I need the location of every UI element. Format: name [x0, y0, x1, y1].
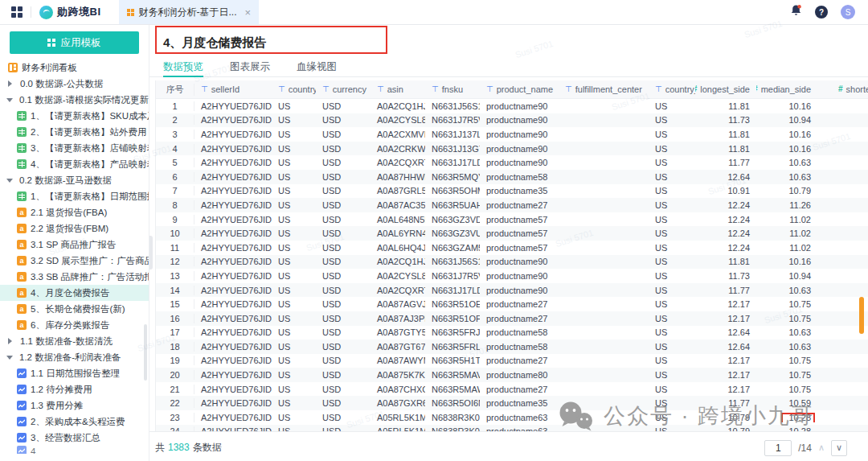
table-row[interactable]: 3A2HYYUED76JIDSUSUSDA0A2CXMVNTN6631J137L… [156, 127, 868, 142]
filter-icon[interactable]: ⊤ [377, 85, 384, 93]
sidebar-item[interactable]: 1.1 日期范围报告整理 [0, 365, 149, 381]
filter-icon[interactable]: ⊤ [486, 85, 493, 93]
sidebar-item[interactable]: 3、【请更新表格】店铺映射表 [0, 140, 149, 156]
table-row[interactable]: 6A2HYYUED76JIDSUSUSDA0A87HHWR7N663R5MQYJ… [156, 170, 868, 184]
table-row[interactable]: 22A2HYYUED76JIDSUSUSDA0A87GXR6LN663R5OI6… [156, 396, 868, 410]
filter-icon[interactable]: ⊤ [278, 85, 285, 93]
sidebar-item[interactable]: a3.2 SD 展示型推广：广告商品报告 [0, 253, 149, 269]
close-icon[interactable]: × [245, 6, 252, 19]
tab-数据预览[interactable]: 数据预览 [163, 57, 203, 76]
chevron-down-icon[interactable]: ∨ [831, 440, 847, 456]
table-row[interactable]: 20A2HYYUED76JIDSUSUSDA0A875K7KTN663R5MAV… [156, 368, 868, 382]
table-row[interactable]: 19A2HYYUED76JIDSUSUSDA0A87AWYM8N663R5H1T… [156, 354, 868, 368]
table-row[interactable]: 24A2HYYUED76JIDSUSUSDA05RL5K1MTN6838R3K0… [156, 425, 868, 431]
sidebar-item[interactable]: 2、【请更新表格】站外费用 [0, 124, 149, 140]
sidebar-item-label: 4、月度仓储费报告 [31, 287, 109, 299]
app-template-button[interactable]: 应用模板 [10, 31, 139, 54]
sidebar-item[interactable]: a5、长期仓储费报告(新) [0, 301, 149, 317]
column-header-fnsku[interactable]: ⊤fnsku [425, 84, 480, 94]
table-row[interactable]: 7A2HYYUED76JIDSUSUSDA0A87GRL5VN663R5OHM3… [156, 184, 868, 199]
table-row[interactable]: 21A2HYYUED76JIDSUSUSDA0A87CHXG4N663R5MAW… [156, 382, 868, 397]
column-header-asin[interactable]: ⊤asin [371, 84, 425, 94]
apps-grid-icon[interactable] [11, 6, 23, 18]
column-header-country[interactable]: ⊤country [272, 84, 316, 94]
sidebar-item[interactable]: 1、【请更新表格】日期范围报告 [0, 188, 149, 204]
sidebar-item[interactable]: 2、采购成本&头程运费 [0, 414, 149, 430]
column-header-product_name[interactable]: ⊤product_name [480, 84, 559, 94]
sidebar-item[interactable]: 1.3 费用分摊 [0, 397, 149, 414]
tab-图表展示[interactable]: 图表展示 [230, 57, 270, 76]
chevron-up-icon[interactable]: ∧ [818, 443, 825, 452]
table-row[interactable]: 14A2HYYUED76JIDSUSUSDA0A2CQXRTDN6631J17L… [156, 283, 868, 298]
table-row[interactable]: 5A2HYYUED76JIDSUSUSDA0A2CQXRTDN6631J17LD… [156, 155, 868, 170]
filter-icon[interactable]: ⊤ [655, 85, 662, 93]
notification-bell-icon[interactable] [790, 4, 802, 20]
sidebar-item[interactable]: 1.2 待分摊费用 [0, 381, 149, 397]
sidebar-item[interactable]: a2.2 退货报告(FBM) [0, 220, 149, 237]
table-row[interactable]: 9A2HYYUED76JIDSUSUSDA0AL648N5MN663GZ3VDP… [156, 212, 868, 227]
chevron-down-icon[interactable] [6, 179, 13, 183]
chevron-down-icon[interactable] [6, 356, 13, 360]
avatar[interactable]: S [841, 5, 855, 19]
column-header-longest_side[interactable]: #longest_side [695, 84, 756, 94]
cell-median_side: 11.26 [756, 200, 817, 210]
sidebar-item[interactable]: a3.1 SP 商品推广报告 [0, 237, 149, 253]
table-row[interactable]: 12A2HYYUED76JIDSUSUSDA0A2CQ1HJKN6631J56S… [156, 255, 868, 270]
sidebar-item[interactable]: 财务利润看板 [0, 60, 149, 76]
sidebar-item[interactable]: 4、【请更新表格】产品映射表 [0, 156, 149, 172]
sidebar-item[interactable]: 0.1 数据源-请根据实际情况更新 [0, 92, 149, 108]
sidebar-collapse-handle[interactable] [149, 236, 153, 270]
sidebar-item[interactable]: 0.0 数据源-公共数据 [0, 76, 149, 92]
sidebar-item-label: 0.0 数据源-公共数据 [20, 78, 104, 90]
sidebar-scrollbar[interactable] [144, 324, 147, 381]
column-header-median_side[interactable]: #median_side [756, 84, 817, 94]
cell-asin: A0A87AGVJL [371, 299, 425, 309]
table-row[interactable]: 1A2HYYUED76JIDSUSUSDA0A2CQ1HJKN6631J56S1… [156, 99, 868, 113]
table-row[interactable]: 2A2HYYUED76JIDSUSUSDA0A2CYSL8WN6631J7R5V… [156, 113, 868, 128]
chevron-right-icon[interactable] [8, 338, 12, 344]
table-row[interactable]: 4A2HYYUED76JIDSUSUSDA0A2CRKWV4N6631J13G7… [156, 142, 868, 156]
table-row[interactable]: 10A2HYYUED76JIDSUSUSDA0AL6YRN4FN663GZ3VU… [156, 226, 868, 241]
filter-icon[interactable]: ⊤ [322, 85, 330, 93]
sidebar-item[interactable]: a4、月度仓储费报告 [0, 285, 149, 301]
sidebar-item[interactable]: 3、经营数据汇总 [0, 430, 149, 446]
table-row[interactable]: 23A2HYYUED76JIDSUSUSDA05RL5K1MTN6838R3K0… [156, 410, 868, 425]
cell-country_code: US [649, 200, 695, 210]
sidebar-item[interactable]: 1、【请更新表格】SKU成本及头程 [0, 108, 149, 124]
sidebar-item[interactable]: a2.1 退货报告(FBA) [0, 204, 149, 220]
filter-icon[interactable]: ⊤ [201, 85, 208, 93]
dash-orange-icon [8, 63, 18, 72]
sidebar-item[interactable]: 4、 [0, 446, 149, 454]
table-row[interactable]: 11A2HYYUED76JIDSUSUSDA0AL6HQ4JGN663GZAM5… [156, 241, 868, 255]
sidebar-item-label: 2.2 退货报告(FBM) [31, 223, 108, 235]
table-row[interactable]: 16A2HYYUED76JIDSUSUSDA0A87AJ3PHN663R51OF… [156, 311, 868, 326]
table-row[interactable]: 8A2HYYUED76JIDSUSUSDA0A87AC35SN663R5UAHD… [156, 198, 868, 212]
document-tab-label: 财务利润分析-基于日... [139, 6, 237, 19]
column-header-fulfillment_center[interactable]: ⊤fulfillment_center [559, 84, 649, 94]
filter-icon[interactable]: ⊤ [565, 85, 572, 93]
chevron-down-icon[interactable] [6, 98, 13, 102]
table-row[interactable]: 15A2HYYUED76JIDSUSUSDA0A87AGVJLN663R51OE… [156, 297, 868, 311]
sidebar-item[interactable]: a6、库存分类账报告 [0, 317, 149, 333]
filter-icon[interactable]: ⊤ [432, 85, 439, 93]
help-icon[interactable]: ? [815, 6, 828, 19]
table-row[interactable]: 13A2HYYUED76JIDSUSUSDA0A2CYSL8WN6631J7R5… [156, 269, 868, 283]
table-row[interactable]: 18A2HYYUED76JIDSUSUSDA0A87GT67YN663R5FRL… [156, 340, 868, 354]
table-scrollbar-thumb[interactable] [859, 297, 864, 334]
sidebar-item[interactable]: 0.2 数据源-亚马逊数据 [0, 172, 149, 188]
sidebar-item[interactable]: 1.1 数据准备-数据清洗 [0, 333, 149, 349]
document-tab[interactable]: 财务利润分析-基于日... × [119, 0, 260, 24]
sidebar-item[interactable]: 1.2 数据准备-利润表准备 [0, 349, 149, 365]
column-header-seq[interactable]: 序号 [156, 84, 194, 96]
cell-asin: A0A2CQ1HJK [371, 257, 425, 266]
column-header-currency[interactable]: ⊤currency [316, 84, 371, 94]
chevron-right-icon[interactable] [8, 80, 12, 87]
column-header-shortest_side[interactable]: #shortest_side [817, 84, 868, 94]
cell-country: US [272, 172, 316, 182]
table-row[interactable]: 17A2HYYUED76JIDSUSUSDA0A87GTY5XN663R5FRJ… [156, 326, 868, 340]
column-header-sellerid[interactable]: ⊤sellerId [194, 84, 272, 94]
tab-血缘视图[interactable]: 血缘视图 [297, 57, 337, 76]
sidebar-item[interactable]: a3.3 SB 品牌推广：广告活动报告 [0, 269, 149, 285]
page-input[interactable] [764, 440, 792, 456]
column-header-country_code[interactable]: ⊤country_code [649, 84, 695, 94]
